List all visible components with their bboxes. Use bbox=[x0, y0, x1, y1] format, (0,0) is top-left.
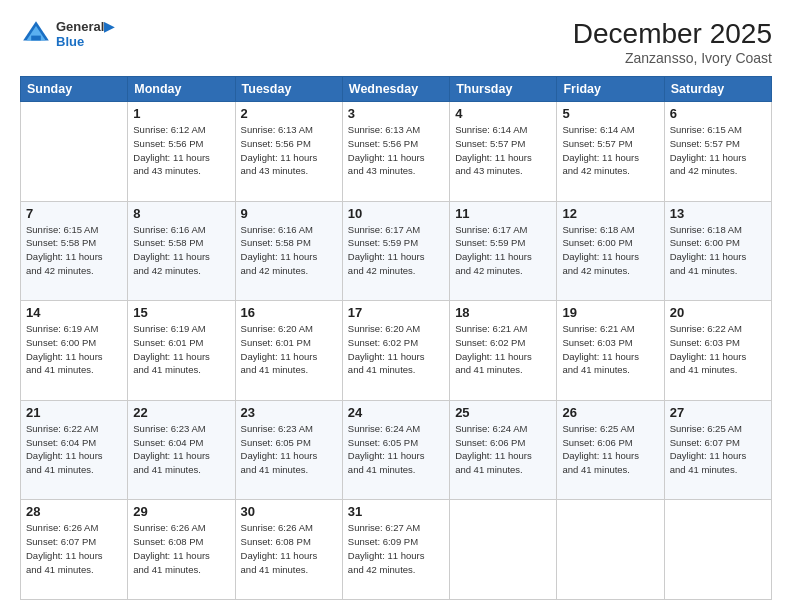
logo: General▶ Blue bbox=[20, 18, 114, 50]
day-info: Sunrise: 6:24 AM Sunset: 6:06 PM Dayligh… bbox=[455, 422, 551, 477]
day-info: Sunrise: 6:19 AM Sunset: 6:01 PM Dayligh… bbox=[133, 322, 229, 377]
calendar-cell bbox=[664, 500, 771, 600]
day-info: Sunrise: 6:22 AM Sunset: 6:03 PM Dayligh… bbox=[670, 322, 766, 377]
calendar-table: Sunday Monday Tuesday Wednesday Thursday… bbox=[20, 76, 772, 600]
day-number: 27 bbox=[670, 405, 766, 420]
day-number: 19 bbox=[562, 305, 658, 320]
calendar-cell: 10Sunrise: 6:17 AM Sunset: 5:59 PM Dayli… bbox=[342, 201, 449, 301]
calendar-cell: 22Sunrise: 6:23 AM Sunset: 6:04 PM Dayli… bbox=[128, 400, 235, 500]
day-number: 28 bbox=[26, 504, 122, 519]
col-sunday: Sunday bbox=[21, 77, 128, 102]
day-number: 23 bbox=[241, 405, 337, 420]
calendar-week-1: 1Sunrise: 6:12 AM Sunset: 5:56 PM Daylig… bbox=[21, 102, 772, 202]
day-number: 15 bbox=[133, 305, 229, 320]
day-number: 13 bbox=[670, 206, 766, 221]
day-info: Sunrise: 6:26 AM Sunset: 6:08 PM Dayligh… bbox=[133, 521, 229, 576]
logo-icon bbox=[20, 18, 52, 50]
day-number: 6 bbox=[670, 106, 766, 121]
col-wednesday: Wednesday bbox=[342, 77, 449, 102]
calendar-cell: 13Sunrise: 6:18 AM Sunset: 6:00 PM Dayli… bbox=[664, 201, 771, 301]
subtitle: Zanzansso, Ivory Coast bbox=[573, 50, 772, 66]
calendar-cell: 8Sunrise: 6:16 AM Sunset: 5:58 PM Daylig… bbox=[128, 201, 235, 301]
calendar-cell bbox=[21, 102, 128, 202]
calendar-cell: 7Sunrise: 6:15 AM Sunset: 5:58 PM Daylig… bbox=[21, 201, 128, 301]
day-number: 9 bbox=[241, 206, 337, 221]
day-info: Sunrise: 6:17 AM Sunset: 5:59 PM Dayligh… bbox=[348, 223, 444, 278]
calendar-cell: 21Sunrise: 6:22 AM Sunset: 6:04 PM Dayli… bbox=[21, 400, 128, 500]
header: General▶ Blue December 2025 Zanzansso, I… bbox=[20, 18, 772, 66]
day-info: Sunrise: 6:17 AM Sunset: 5:59 PM Dayligh… bbox=[455, 223, 551, 278]
title-block: December 2025 Zanzansso, Ivory Coast bbox=[573, 18, 772, 66]
day-number: 25 bbox=[455, 405, 551, 420]
day-number: 11 bbox=[455, 206, 551, 221]
day-info: Sunrise: 6:25 AM Sunset: 6:06 PM Dayligh… bbox=[562, 422, 658, 477]
calendar-cell: 26Sunrise: 6:25 AM Sunset: 6:06 PM Dayli… bbox=[557, 400, 664, 500]
calendar-cell: 25Sunrise: 6:24 AM Sunset: 6:06 PM Dayli… bbox=[450, 400, 557, 500]
day-number: 29 bbox=[133, 504, 229, 519]
calendar-cell: 6Sunrise: 6:15 AM Sunset: 5:57 PM Daylig… bbox=[664, 102, 771, 202]
col-thursday: Thursday bbox=[450, 77, 557, 102]
day-number: 2 bbox=[241, 106, 337, 121]
calendar-cell: 1Sunrise: 6:12 AM Sunset: 5:56 PM Daylig… bbox=[128, 102, 235, 202]
logo-text: General▶ Blue bbox=[56, 19, 114, 49]
calendar-cell: 23Sunrise: 6:23 AM Sunset: 6:05 PM Dayli… bbox=[235, 400, 342, 500]
day-number: 31 bbox=[348, 504, 444, 519]
calendar-week-5: 28Sunrise: 6:26 AM Sunset: 6:07 PM Dayli… bbox=[21, 500, 772, 600]
calendar-cell: 9Sunrise: 6:16 AM Sunset: 5:58 PM Daylig… bbox=[235, 201, 342, 301]
day-info: Sunrise: 6:26 AM Sunset: 6:07 PM Dayligh… bbox=[26, 521, 122, 576]
col-saturday: Saturday bbox=[664, 77, 771, 102]
day-info: Sunrise: 6:26 AM Sunset: 6:08 PM Dayligh… bbox=[241, 521, 337, 576]
day-info: Sunrise: 6:24 AM Sunset: 6:05 PM Dayligh… bbox=[348, 422, 444, 477]
day-number: 1 bbox=[133, 106, 229, 121]
day-number: 17 bbox=[348, 305, 444, 320]
calendar-cell: 31Sunrise: 6:27 AM Sunset: 6:09 PM Dayli… bbox=[342, 500, 449, 600]
day-info: Sunrise: 6:15 AM Sunset: 5:58 PM Dayligh… bbox=[26, 223, 122, 278]
calendar-cell: 18Sunrise: 6:21 AM Sunset: 6:02 PM Dayli… bbox=[450, 301, 557, 401]
day-info: Sunrise: 6:20 AM Sunset: 6:01 PM Dayligh… bbox=[241, 322, 337, 377]
col-tuesday: Tuesday bbox=[235, 77, 342, 102]
calendar-cell: 4Sunrise: 6:14 AM Sunset: 5:57 PM Daylig… bbox=[450, 102, 557, 202]
calendar-cell: 2Sunrise: 6:13 AM Sunset: 5:56 PM Daylig… bbox=[235, 102, 342, 202]
day-number: 20 bbox=[670, 305, 766, 320]
day-number: 8 bbox=[133, 206, 229, 221]
day-number: 5 bbox=[562, 106, 658, 121]
day-info: Sunrise: 6:23 AM Sunset: 6:04 PM Dayligh… bbox=[133, 422, 229, 477]
day-info: Sunrise: 6:23 AM Sunset: 6:05 PM Dayligh… bbox=[241, 422, 337, 477]
day-info: Sunrise: 6:12 AM Sunset: 5:56 PM Dayligh… bbox=[133, 123, 229, 178]
calendar-cell: 30Sunrise: 6:26 AM Sunset: 6:08 PM Dayli… bbox=[235, 500, 342, 600]
calendar-week-3: 14Sunrise: 6:19 AM Sunset: 6:00 PM Dayli… bbox=[21, 301, 772, 401]
calendar-cell: 17Sunrise: 6:20 AM Sunset: 6:02 PM Dayli… bbox=[342, 301, 449, 401]
day-number: 3 bbox=[348, 106, 444, 121]
day-info: Sunrise: 6:14 AM Sunset: 5:57 PM Dayligh… bbox=[455, 123, 551, 178]
calendar-cell: 16Sunrise: 6:20 AM Sunset: 6:01 PM Dayli… bbox=[235, 301, 342, 401]
col-friday: Friday bbox=[557, 77, 664, 102]
calendar-header-row: Sunday Monday Tuesday Wednesday Thursday… bbox=[21, 77, 772, 102]
day-info: Sunrise: 6:25 AM Sunset: 6:07 PM Dayligh… bbox=[670, 422, 766, 477]
calendar-week-4: 21Sunrise: 6:22 AM Sunset: 6:04 PM Dayli… bbox=[21, 400, 772, 500]
calendar-cell: 24Sunrise: 6:24 AM Sunset: 6:05 PM Dayli… bbox=[342, 400, 449, 500]
day-number: 24 bbox=[348, 405, 444, 420]
page: General▶ Blue December 2025 Zanzansso, I… bbox=[0, 0, 792, 612]
calendar-cell: 19Sunrise: 6:21 AM Sunset: 6:03 PM Dayli… bbox=[557, 301, 664, 401]
day-number: 21 bbox=[26, 405, 122, 420]
calendar-cell: 5Sunrise: 6:14 AM Sunset: 5:57 PM Daylig… bbox=[557, 102, 664, 202]
day-info: Sunrise: 6:13 AM Sunset: 5:56 PM Dayligh… bbox=[241, 123, 337, 178]
day-info: Sunrise: 6:16 AM Sunset: 5:58 PM Dayligh… bbox=[133, 223, 229, 278]
day-number: 14 bbox=[26, 305, 122, 320]
day-info: Sunrise: 6:18 AM Sunset: 6:00 PM Dayligh… bbox=[562, 223, 658, 278]
day-number: 22 bbox=[133, 405, 229, 420]
calendar-cell: 11Sunrise: 6:17 AM Sunset: 5:59 PM Dayli… bbox=[450, 201, 557, 301]
calendar-cell: 29Sunrise: 6:26 AM Sunset: 6:08 PM Dayli… bbox=[128, 500, 235, 600]
day-info: Sunrise: 6:27 AM Sunset: 6:09 PM Dayligh… bbox=[348, 521, 444, 576]
day-info: Sunrise: 6:19 AM Sunset: 6:00 PM Dayligh… bbox=[26, 322, 122, 377]
svg-rect-2 bbox=[31, 36, 41, 41]
day-number: 30 bbox=[241, 504, 337, 519]
day-number: 26 bbox=[562, 405, 658, 420]
calendar-cell bbox=[450, 500, 557, 600]
main-title: December 2025 bbox=[573, 18, 772, 50]
day-number: 12 bbox=[562, 206, 658, 221]
calendar-cell: 20Sunrise: 6:22 AM Sunset: 6:03 PM Dayli… bbox=[664, 301, 771, 401]
day-info: Sunrise: 6:16 AM Sunset: 5:58 PM Dayligh… bbox=[241, 223, 337, 278]
day-number: 10 bbox=[348, 206, 444, 221]
calendar-cell: 14Sunrise: 6:19 AM Sunset: 6:00 PM Dayli… bbox=[21, 301, 128, 401]
